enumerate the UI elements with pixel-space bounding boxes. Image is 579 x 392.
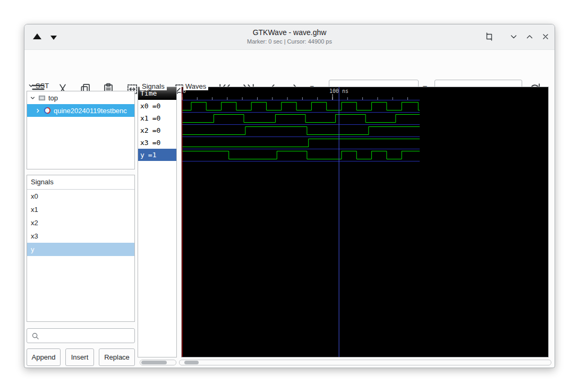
wave-signal-rows: x0=0x1=0x2=0x3=0y=1 [138, 100, 176, 161]
expander-down-icon [30, 95, 36, 101]
marker-cursor-status: Marker: 0 sec | Cursor: 44900 ps [24, 38, 555, 45]
restore-icon[interactable] [484, 32, 494, 41]
toolbar: From: To: [24, 50, 555, 80]
desktop: { "window": { "title": "GTKWave - wave.g… [0, 0, 579, 392]
sst-label: SST [36, 82, 49, 90]
signal-list-item[interactable]: x0 [27, 190, 134, 203]
wave-signal-row[interactable]: x3=0 [138, 137, 176, 149]
wave-signal-row[interactable]: x2=0 [138, 124, 176, 137]
wave-signals-pane: Signals Time x0=0x1=0x2=0x3=0y=1 [138, 87, 177, 357]
wave-signal-row[interactable]: x1=0 [138, 112, 176, 124]
signals-list-header: Signals [27, 175, 134, 190]
signal-list-item[interactable]: x3 [27, 229, 134, 243]
window-title: GTKWave - wave.ghw [24, 28, 555, 37]
window-menu-down-icon[interactable] [50, 36, 57, 40]
signal-facilities-panel: Signals x0x1x2x3y [27, 175, 135, 322]
signal-value: =0 [152, 126, 161, 134]
waves-hscrollbar[interactable] [179, 360, 551, 365]
waveform-canvas[interactable]: 0100 ns [182, 87, 548, 357]
signal-list-item[interactable]: y [27, 243, 134, 256]
waves-pane[interactable]: Waves 0100 ns [181, 87, 549, 357]
signals-frame-label: Signals [140, 82, 167, 90]
scrollbar-thumb[interactable] [184, 361, 199, 364]
signal-list: x0x1x2x3y [27, 190, 134, 256]
tree-node-testbench[interactable]: quine20240119testbenc [27, 104, 134, 117]
wave-signal-row[interactable]: y=1 [138, 149, 176, 161]
sst-tree: top quine20240119testbenc [27, 91, 135, 169]
tree-node-top[interactable]: top [27, 91, 134, 104]
wave-signal-row[interactable]: x0=0 [138, 100, 176, 112]
window-menu-up-icon[interactable] [33, 33, 41, 39]
search-input[interactable] [42, 329, 132, 342]
component-icon [38, 94, 46, 101]
signal-name: x1 [140, 114, 149, 122]
tree-node-label: top [48, 94, 58, 102]
signal-name: y [140, 151, 144, 159]
scrollbar-thumb[interactable] [141, 361, 167, 364]
waves-frame-label: Waves [183, 82, 208, 90]
signal-list-item[interactable]: x1 [27, 203, 134, 216]
signal-list-item[interactable]: x2 [27, 216, 134, 229]
signal-name: x2 [140, 126, 149, 134]
maximize-button[interactable] [525, 32, 534, 41]
close-button[interactable] [541, 32, 550, 41]
tree-node-label: quine20240119testbenc [54, 107, 127, 115]
search-icon [31, 332, 39, 340]
signal-search [27, 328, 135, 343]
replace-button[interactable]: Replace [99, 348, 135, 366]
signals-hscrollbar[interactable] [140, 360, 176, 365]
minimize-button[interactable] [509, 32, 518, 41]
chevron-down-icon [28, 83, 34, 89]
signal-value: =0 [152, 139, 161, 147]
module-icon [44, 107, 51, 114]
signal-value: =0 [152, 102, 161, 110]
signal-value: =1 [148, 151, 157, 159]
signal-name: x0 [140, 102, 149, 110]
expander-right-icon [35, 108, 41, 114]
gtkwave-window: GTKWave - wave.ghw Marker: 0 sec | Curso… [24, 24, 555, 368]
titlebar[interactable]: GTKWave - wave.ghw Marker: 0 sec | Curso… [24, 24, 555, 50]
insert-button[interactable]: Insert [65, 348, 94, 366]
signal-value: =0 [152, 114, 161, 122]
sst-expander[interactable]: SST [28, 81, 49, 90]
append-button[interactable]: Append [27, 348, 61, 366]
signal-name: x3 [140, 139, 149, 147]
